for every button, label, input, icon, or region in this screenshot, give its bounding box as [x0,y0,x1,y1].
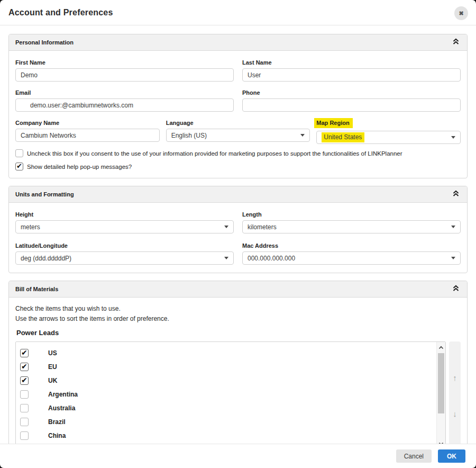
list-item-checkbox[interactable] [20,404,29,412]
latitude-longitude-select[interactable]: deg (ddd.dddddP) [15,251,234,265]
bill-of-materials-header[interactable]: Bill of Materials [9,281,467,298]
chevron-down-icon [451,257,455,259]
list-item-checkbox[interactable] [20,363,29,371]
account-preferences-dialog: Account and Preferences ✖ Personal Infor… [0,0,476,468]
personal-information-header[interactable]: Personal Information [9,34,467,51]
first-name-field[interactable] [15,68,234,82]
units-formatting-section: Units and Formatting Height meters [8,186,468,273]
bom-instruction-line-2: Use the arrows to sort the items in orde… [15,314,461,324]
length-select[interactable]: kilometers [242,220,461,233]
list-item-checkbox[interactable] [20,390,29,399]
dialog-body: Personal Information First Name Last Nam… [0,25,476,444]
scroll-up-icon[interactable] [437,343,445,352]
power-leads-widget: US EU UK [15,341,461,444]
power-leads-rows: US EU UK [16,342,445,444]
dialog-header: Account and Preferences ✖ [0,0,476,25]
move-up-button[interactable]: ↑ [453,374,457,382]
email-field[interactable] [15,98,234,112]
phone-field[interactable] [242,98,461,112]
double-chevron-up-icon [452,285,460,293]
mac-address-selected-value: 000.000.000.000 [248,255,295,262]
personal-information-body: First Name Last Name Email Phone [9,51,467,178]
scrollbar-thumb[interactable] [438,353,444,413]
latitude-longitude-selected-value: deg (ddd.dddddP) [21,255,71,262]
show-help-popups-label: Show detailed help pop-up messages? [27,164,132,170]
length-selected-value: kilometers [248,223,277,231]
mac-address-select[interactable]: 000.000.000.000 [242,251,461,265]
marketing-consent-label: Uncheck this box if you consent to the u… [27,150,402,157]
sort-order-panel: ↑ ↓ [449,341,461,444]
height-selected-value: meters [21,223,40,231]
marketing-consent-checkbox[interactable] [15,149,23,157]
dialog-footer: Cancel OK [0,444,476,468]
list-item: Brazil [20,415,433,429]
list-item: Australia [20,401,433,415]
list-item-label: EU [48,363,57,371]
chevron-down-icon [451,226,455,228]
collapse-section-button[interactable] [451,284,461,294]
list-item: China [20,429,433,443]
list-item: Argentina [20,388,433,401]
first-name-label: First Name [15,59,45,66]
close-icon: ✖ [459,10,463,17]
arrow-down-icon: ↓ [453,409,457,418]
map-region-selected-value: United States [322,132,364,142]
collapse-section-button[interactable] [451,189,461,200]
chevron-down-icon [300,134,305,137]
list-item-label: Australia [48,404,75,412]
move-down-button[interactable]: ↓ [453,410,457,418]
close-button[interactable]: ✖ [454,6,468,20]
list-item-label: US [48,349,57,357]
dialog-title: Account and Preferences [8,8,113,17]
arrow-up-icon: ↑ [453,373,457,382]
phone-label: Phone [242,89,260,96]
language-select[interactable]: English (US) [166,129,310,142]
last-name-label: Last Name [242,59,272,66]
section-title: Bill of Materials [15,286,58,292]
length-label: Length [242,211,262,218]
section-title: Units and Formatting [15,191,74,197]
list-item: UK [20,374,433,388]
units-formatting-body: Height meters Length kilometers [9,203,467,273]
latitude-longitude-label: Latitude/Longitude [15,242,68,249]
chevron-down-icon [451,136,455,139]
list-item-label: Argentina [48,391,78,398]
double-chevron-up-icon [452,38,460,47]
list-item-checkbox[interactable] [20,349,29,357]
bill-of-materials-body: Check the items that you wish to use. Us… [9,298,467,444]
mac-address-label: Mac Address [242,242,278,249]
vertical-scrollbar[interactable] [436,342,445,444]
list-item-checkbox[interactable] [20,376,29,385]
company-name-label: Company Name [15,120,59,126]
list-item-checkbox[interactable] [20,431,29,440]
list-item-label: Brazil [48,418,66,426]
ok-button[interactable]: OK [438,449,465,463]
chevron-down-icon [224,257,228,259]
height-select[interactable]: meters [15,220,234,233]
scroll-down-icon[interactable] [437,439,445,444]
language-label: Language [166,120,194,126]
bom-instruction-line-1: Check the items that you wish to use. [15,304,461,314]
email-label: Email [15,89,31,96]
show-help-popups-checkbox[interactable] [15,163,23,170]
section-title: Personal Information [15,39,74,46]
list-item-checkbox[interactable] [20,418,29,426]
list-item-label: UK [48,377,57,384]
last-name-field[interactable] [242,68,461,82]
chevron-down-icon [224,226,228,228]
power-leads-list: US EU UK [15,341,446,444]
map-region-label: Map Region [314,118,352,128]
map-region-select[interactable]: United States [316,131,461,144]
collapse-section-button[interactable] [451,37,461,48]
double-chevron-up-icon [452,190,460,199]
personal-information-section: Personal Information First Name Last Nam… [8,34,468,178]
list-item: India [20,443,433,444]
company-name-field[interactable] [15,129,160,142]
units-formatting-header[interactable]: Units and Formatting [9,186,467,203]
height-label: Height [15,211,33,218]
bill-of-materials-section: Bill of Materials Check the items that y… [8,281,468,444]
language-selected-value: English (US) [171,132,207,139]
cancel-button[interactable]: Cancel [396,449,432,463]
list-item: EU [20,360,433,374]
power-leads-title: Power Leads [16,329,461,337]
